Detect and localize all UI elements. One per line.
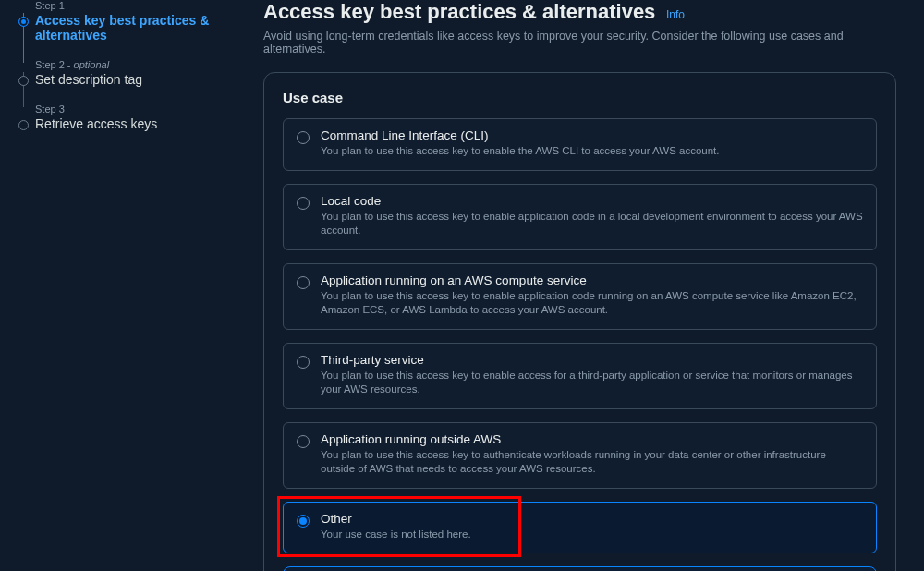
step-2[interactable]: Step 2 - optional Set description tag — [18, 59, 225, 103]
radio-icon — [297, 515, 310, 528]
radio-icon — [297, 356, 310, 369]
panel-title: Use case — [283, 90, 877, 105]
option-title: Command Line Interface (CLI) — [321, 128, 863, 142]
use-case-panel: Use case Command Line Interface (CLI) Yo… — [263, 72, 896, 571]
step-3-label[interactable]: Retrieve access keys — [35, 116, 225, 131]
page-subtitle: Avoid using long-term credentials like a… — [263, 30, 896, 55]
radio-icon — [297, 197, 310, 210]
option-title: Third-party service — [321, 353, 863, 367]
step-3[interactable]: Step 3 Retrieve access keys — [18, 103, 225, 148]
step-1-label[interactable]: Access key best practices & alternatives — [35, 13, 225, 43]
option-title: Other — [321, 512, 863, 526]
option-desc: Your use case is not listed here. — [321, 528, 863, 542]
step-3-number: Step 3 — [35, 103, 65, 115]
main-content: Access key best practices & alternatives… — [236, 0, 924, 571]
info-link[interactable]: Info — [666, 8, 685, 21]
page-title: Access key best practices & alternatives — [263, 0, 655, 23]
option-desc: You plan to use this access key to enabl… — [321, 210, 863, 238]
option-desc: You plan to use this access key to enabl… — [321, 289, 863, 318]
step-2-number: Step 2 - — [35, 59, 74, 70]
step-marker-icon — [18, 120, 29, 130]
step-marker-icon — [18, 76, 29, 86]
option-cli[interactable]: Command Line Interface (CLI) You plan to… — [283, 118, 877, 171]
radio-icon — [297, 276, 310, 289]
step-1-number: Step 1 — [35, 0, 65, 11]
option-aws-compute[interactable]: Application running on an AWS compute se… — [283, 263, 877, 330]
best-practices-notice: i It's okay to use an access key for thi… — [283, 566, 877, 571]
step-2-label[interactable]: Set description tag — [35, 72, 225, 87]
option-outside-aws[interactable]: Application running outside AWS You plan… — [283, 422, 877, 489]
option-desc: You plan to use this access key to enabl… — [321, 369, 863, 397]
step-2-optional: optional — [74, 59, 110, 70]
radio-icon — [297, 435, 310, 448]
wizard-steps: Step 1 Access key best practices & alter… — [0, 0, 236, 571]
option-title: Application running on an AWS compute se… — [321, 273, 863, 287]
option-desc: You plan to use this access key to enabl… — [321, 144, 863, 159]
step-marker-icon — [18, 17, 29, 27]
option-other[interactable]: Other Your use case is not listed here. — [283, 502, 877, 554]
step-1[interactable]: Step 1 Access key best practices & alter… — [18, 0, 225, 59]
option-local-code[interactable]: Local code You plan to use this access k… — [283, 184, 877, 250]
option-title: Local code — [321, 194, 863, 208]
option-third-party[interactable]: Third-party service You plan to use this… — [283, 343, 877, 409]
radio-icon — [297, 131, 310, 144]
highlight-annotation: Other Your use case is not listed here. — [283, 502, 877, 554]
option-title: Application running outside AWS — [321, 432, 863, 446]
option-desc: You plan to use this access key to authe… — [321, 448, 863, 477]
page-header: Access key best practices & alternatives… — [263, 0, 896, 55]
